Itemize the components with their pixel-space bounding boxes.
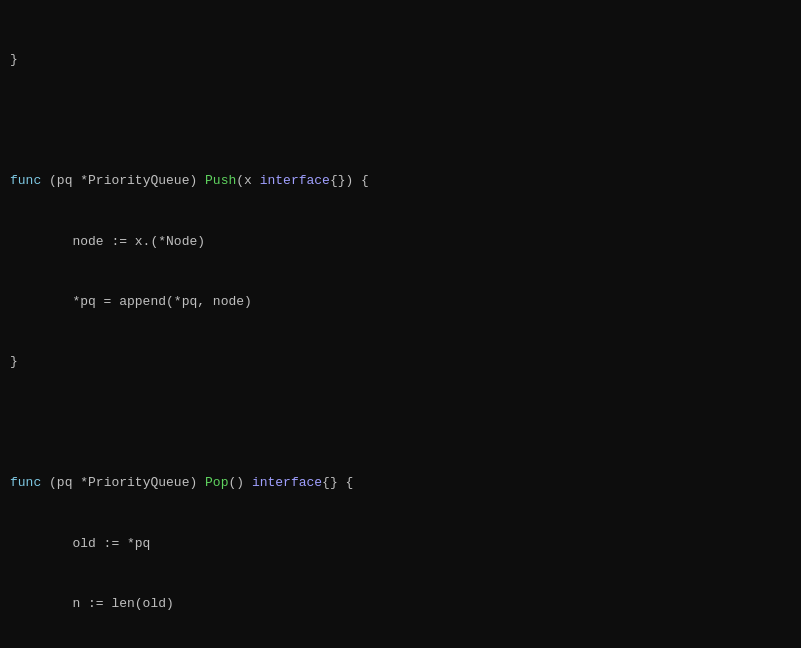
line-3: func (pq *PriorityQueue) Push(x interfac…: [10, 171, 791, 191]
line-1: }: [10, 50, 791, 70]
line-9: old := *pq: [10, 534, 791, 554]
line-8: func (pq *PriorityQueue) Pop() interface…: [10, 473, 791, 493]
line-6: }: [10, 352, 791, 372]
line-10: n := len(old): [10, 594, 791, 614]
line-2: [10, 111, 791, 131]
line-4: node := x.(*Node): [10, 232, 791, 252]
code-editor: } func (pq *PriorityQueue) Push(x interf…: [0, 0, 801, 648]
line-5: *pq = append(*pq, node): [10, 292, 791, 312]
line-7: [10, 413, 791, 433]
